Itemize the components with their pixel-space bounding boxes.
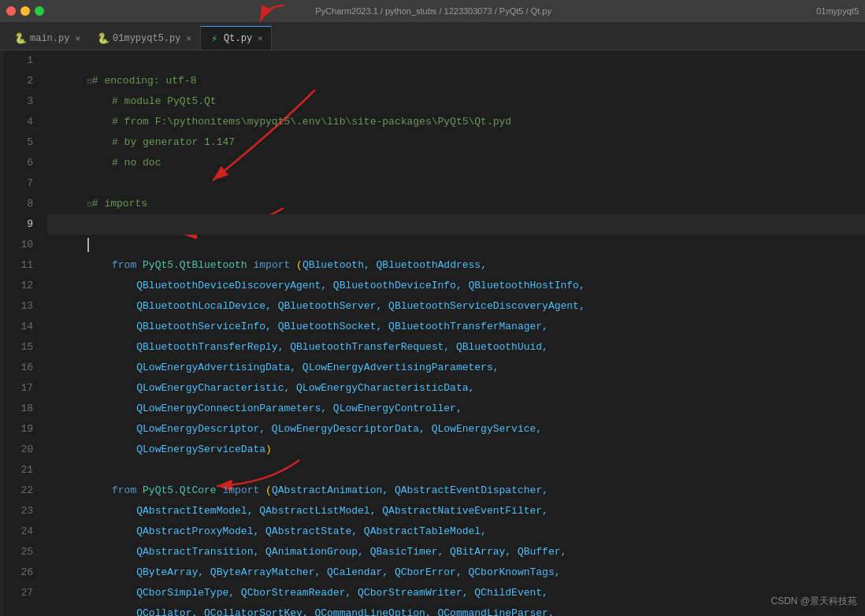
code-line-17[interactable]: QLowEnergyConnectionParameters, QLowEner… bbox=[47, 378, 865, 399]
line-num-17: 17 bbox=[4, 378, 39, 399]
title-bar: PyCharm2023.1 / python_stubs / 122330307… bbox=[0, 0, 865, 22]
tab-icon-qt-py: ⚡ bbox=[209, 33, 220, 44]
code-line-25[interactable]: QByteArray, QByteArrayMatcher, QCalendar… bbox=[47, 542, 865, 562]
watermark: CSDN @景天科技苑 bbox=[770, 595, 857, 608]
code-line-23[interactable]: QAbstractProxyModel, QAbstractState, QAb… bbox=[47, 501, 865, 521]
tab-icon-main-py: 🐍 bbox=[15, 33, 26, 44]
line-num-24: 24 bbox=[4, 521, 39, 542]
code-line-4[interactable]: # by generator 1.147 bbox=[47, 112, 865, 132]
code-line-24[interactable]: QAbstractTransition, QAnimationGroup, QB… bbox=[47, 521, 865, 542]
top-right-indicator: 01mypyqt5 bbox=[816, 6, 859, 16]
line-num-3: 3 bbox=[4, 91, 39, 112]
tab-close-01mypyqt5-py[interactable]: ✕ bbox=[186, 33, 191, 43]
code-line-8[interactable]: ⊟from PyQt5.QAxContainer import QAxBase,… bbox=[47, 194, 865, 214]
line-num-22: 22 bbox=[4, 481, 39, 501]
line-num-4: 4 bbox=[4, 112, 39, 132]
tab-01mypyqt5-py[interactable]: 🐍 01mypyqt5.py ✕ bbox=[89, 26, 200, 50]
line-num-13: 13 bbox=[4, 296, 39, 317]
close-btn[interactable] bbox=[6, 6, 16, 16]
breadcrumb: PyCharm2023.1 / python_stubs / 122330307… bbox=[54, 6, 813, 16]
tab-label-main-py: main.py bbox=[30, 33, 69, 44]
tab-main-py[interactable]: 🐍 main.py ✕ bbox=[6, 26, 89, 50]
line-num-9: 9 bbox=[4, 214, 39, 235]
code-line-26[interactable]: QCborSimpleType, QCborStreamReader, QCbo… bbox=[47, 562, 865, 583]
code-line-10[interactable]: from PyQt5.QtBluetooth import (QBluetoot… bbox=[47, 235, 865, 255]
line-num-19: 19 bbox=[4, 419, 39, 440]
line-num-10: 10 bbox=[4, 235, 39, 255]
line-num-20: 20 bbox=[4, 440, 39, 460]
code-line-18[interactable]: QLowEnergyDescriptor, QLowEnergyDescript… bbox=[47, 399, 865, 419]
maximize-btn[interactable] bbox=[35, 6, 44, 16]
line-num-18: 18 bbox=[4, 399, 39, 419]
line-num-16: 16 bbox=[4, 358, 39, 378]
line-num-15: 15 bbox=[4, 337, 39, 358]
tab-close-qt-py[interactable]: ✕ bbox=[258, 33, 263, 43]
code-line-7[interactable]: ⊟# imports bbox=[47, 173, 865, 194]
code-line-6[interactable] bbox=[47, 153, 865, 173]
line-num-14: 14 bbox=[4, 317, 39, 337]
tab-bar: 🐍 main.py ✕ 🐍 01mypyqt5.py ✕ ⚡ Qt.py ✕ bbox=[0, 22, 865, 50]
line-num-2: 2 bbox=[4, 71, 39, 91]
code-line-9[interactable] bbox=[47, 214, 865, 235]
code-line-27[interactable]: QCollator, QCollatorSortKey, QCommandLin… bbox=[47, 583, 865, 603]
window-controls[interactable] bbox=[6, 6, 44, 16]
code-line-19[interactable]: QLowEnergyServiceData) bbox=[47, 419, 865, 440]
line-num-21: 21 bbox=[4, 460, 39, 481]
line-num-6: 6 bbox=[4, 153, 39, 173]
tab-close-main-py[interactable]: ✕ bbox=[75, 33, 80, 43]
line-numbers: 1 2 3 4 5 6 7 8 9 10 11 12 13 14 15 16 1… bbox=[4, 50, 47, 616]
code-classes-27: QCollator, QCollatorSortKey, QCommandLin… bbox=[87, 607, 555, 616]
line-num-11: 11 bbox=[4, 255, 39, 276]
code-line-11[interactable]: QBluetoothDeviceDiscoveryAgent, QBluetoo… bbox=[47, 255, 865, 276]
code-area[interactable]: ⊟# encoding: utf-8 # module PyQt5.Qt # f… bbox=[47, 50, 865, 616]
line-num-5: 5 bbox=[4, 132, 39, 153]
line-num-1: 1 bbox=[4, 50, 39, 71]
code-line-21[interactable]: from PyQt5.QtCore import (QAbstractAnima… bbox=[47, 460, 865, 481]
code-line-1[interactable]: ⊟# encoding: utf-8 bbox=[47, 50, 865, 71]
code-line-12[interactable]: QBluetoothLocalDevice, QBluetoothServer,… bbox=[47, 276, 865, 296]
minimize-btn[interactable] bbox=[20, 6, 30, 16]
code-line-13[interactable]: QBluetoothServiceInfo, QBluetoothSocket,… bbox=[47, 296, 865, 317]
tab-qt-py[interactable]: ⚡ Qt.py ✕ bbox=[200, 26, 272, 50]
line-num-23: 23 bbox=[4, 501, 39, 521]
editor-container: 1 2 3 4 5 6 7 8 9 10 11 12 13 14 15 16 1… bbox=[0, 50, 865, 616]
code-line-2[interactable]: # module PyQt5.Qt bbox=[47, 71, 865, 91]
line-num-12: 12 bbox=[4, 276, 39, 296]
line-num-8: 8 bbox=[4, 194, 39, 214]
tab-icon-01mypyqt5-py: 🐍 bbox=[98, 33, 109, 44]
code-line-15[interactable]: QLowEnergyAdvertisingData, QLowEnergyAdv… bbox=[47, 337, 865, 358]
tab-label-qt-py: Qt.py bbox=[224, 33, 252, 44]
line-num-7: 7 bbox=[4, 173, 39, 194]
code-line-16[interactable]: QLowEnergyCharacteristic, QLowEnergyChar… bbox=[47, 358, 865, 378]
code-line-5[interactable]: # no doc bbox=[47, 132, 865, 153]
code-line-14[interactable]: QBluetoothTransferReply, QBluetoothTrans… bbox=[47, 317, 865, 337]
code-line-3[interactable]: # from F:\pythonitems\mypyqt5\.env\lib\s… bbox=[47, 91, 865, 112]
line-num-27: 27 bbox=[4, 583, 39, 603]
code-line-20[interactable] bbox=[47, 440, 865, 460]
tab-label-01mypyqt5-py: 01mypyqt5.py bbox=[113, 33, 180, 44]
line-num-26: 26 bbox=[4, 562, 39, 583]
line-num-25: 25 bbox=[4, 542, 39, 562]
code-line-22[interactable]: QAbstractItemModel, QAbstractListModel, … bbox=[47, 481, 865, 501]
